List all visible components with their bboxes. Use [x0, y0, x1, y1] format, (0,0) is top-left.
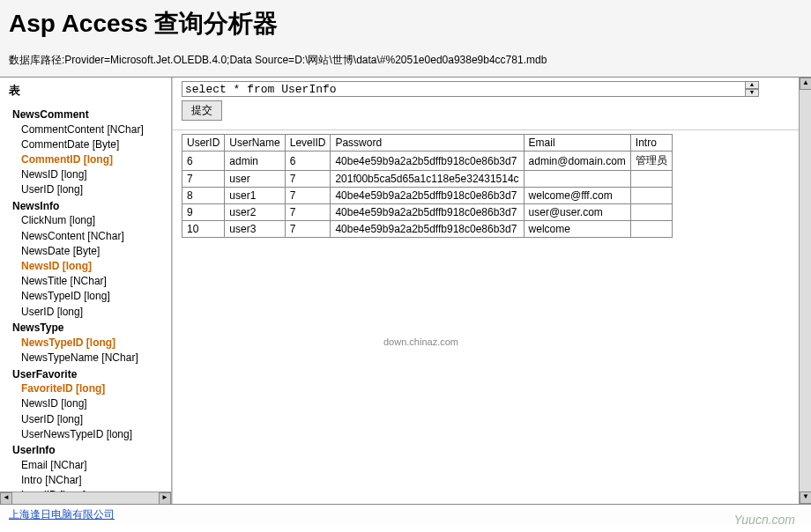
cell	[630, 221, 672, 238]
page-title: Asp Access 查询分析器	[9, 7, 802, 41]
cell: admin@domain.com	[524, 151, 630, 171]
cell: 6	[182, 151, 225, 171]
column-item[interactable]: Intro [NChar]	[9, 473, 167, 488]
col-header: Intro	[630, 135, 672, 151]
query-row: ▲ ▼	[173, 78, 811, 99]
tables-list: NewsCommentCommentContent [NChar]Comment…	[9, 107, 167, 504]
cell: 7	[285, 171, 331, 188]
table-row: 9user2740be4e59b9a2a2b5dffb918c0e86b3d7u…	[182, 204, 673, 221]
conn-label: 数据库路径:	[9, 54, 64, 66]
cell: 7	[285, 221, 331, 238]
connection-string: 数据库路径:Provider=Microsoft.Jet.OLEDB.4.0;D…	[9, 53, 802, 68]
content-pane: ▲ ▼ 提交 UserIDUserNameLevelIDPasswordEmai…	[172, 78, 811, 504]
cell	[630, 171, 672, 188]
column-item[interactable]: NewsTypeID [long]	[9, 335, 167, 350]
cell: 7	[285, 188, 331, 204]
column-item[interactable]: NewsDate [Byte]	[9, 243, 167, 258]
footer-link[interactable]: 上海逢日电脑有限公司	[9, 508, 115, 521]
sidebar: 表 NewsCommentCommentContent [NChar]Comme…	[0, 78, 172, 504]
table-row: 6admin640be4e59b9a2a2b5dffb918c0e86b3d7a…	[182, 151, 673, 171]
table-name[interactable]: NewsComment	[9, 107, 167, 122]
result-body: 6admin640be4e59b9a2a2b5dffb918c0e86b3d7a…	[182, 151, 673, 238]
column-item[interactable]: NewsTypeID [long]	[9, 289, 167, 304]
cell: 40be4e59b9a2a2b5dffb918c0e86b3d7	[331, 188, 524, 204]
col-header: Email	[524, 135, 630, 151]
table-group: NewsTypeNewsTypeID [long]NewsTypeName [N…	[9, 321, 167, 365]
submit-row: 提交	[173, 99, 811, 129]
column-item[interactable]: NewsID [long]	[9, 167, 167, 182]
sql-input[interactable]	[182, 81, 746, 97]
cell: 管理员	[630, 151, 672, 171]
col-header: LevelID	[285, 135, 331, 151]
cell: 7	[182, 171, 225, 188]
cell: user1	[225, 188, 285, 204]
cell	[524, 171, 630, 188]
scroll-up-icon[interactable]: ▲	[800, 78, 811, 90]
col-header: Password	[331, 135, 524, 151]
table-group: UserFavoriteFavoriteID [long]NewsID [lon…	[9, 367, 167, 442]
cell: user3	[225, 221, 285, 238]
cell: 9	[182, 204, 225, 221]
table-group: NewsInfoClickNum [long]NewsContent [NCha…	[9, 199, 167, 319]
cell: welcome	[524, 221, 630, 238]
cell: admin	[225, 151, 285, 171]
cell: 8	[182, 188, 225, 204]
column-item[interactable]: FavoriteID [long]	[9, 381, 167, 396]
cell: 40be4e59b9a2a2b5dffb918c0e86b3d7	[331, 204, 524, 221]
col-header: UserName	[225, 135, 285, 151]
table-name[interactable]: NewsInfo	[9, 199, 167, 213]
cell: welcome@fff.com	[524, 188, 630, 204]
column-item[interactable]: UserID [long]	[9, 411, 167, 426]
scroll-down-icon[interactable]: ▼	[800, 491, 811, 504]
col-header: UserID	[182, 135, 225, 151]
result-header-row: UserIDUserNameLevelIDPasswordEmailIntro	[182, 135, 673, 151]
sidebar-title: 表	[9, 83, 167, 99]
cell: user2	[225, 204, 285, 221]
cell: 6	[285, 151, 331, 171]
header: Asp Access 查询分析器 数据库路径:Provider=Microsof…	[0, 0, 811, 78]
table-group: NewsCommentCommentContent [NChar]Comment…	[9, 107, 167, 197]
column-item[interactable]: UserNewsTypeID [long]	[9, 426, 167, 441]
column-item[interactable]: CommentDate [Byte]	[9, 137, 167, 151]
sidebar-h-scrollbar[interactable]: ◄ ►	[0, 491, 171, 504]
main: 表 NewsCommentCommentContent [NChar]Comme…	[0, 78, 811, 504]
column-item[interactable]: CommentContent [NChar]	[9, 122, 167, 137]
column-item[interactable]: Email [NChar]	[9, 457, 167, 472]
sql-spinner[interactable]: ▲ ▼	[745, 81, 759, 97]
spinner-up-icon[interactable]: ▲	[745, 81, 759, 89]
site-watermark: Yuucn.com	[733, 513, 795, 527]
table-name[interactable]: UserInfo	[9, 443, 167, 457]
column-item[interactable]: NewsContent [NChar]	[9, 228, 167, 243]
cell: 40be4e59b9a2a2b5dffb918c0e86b3d7	[331, 151, 524, 171]
cell: 40be4e59b9a2a2b5dffb918c0e86b3d7	[331, 221, 524, 238]
cell: user	[225, 171, 285, 188]
column-item[interactable]: NewsTitle [NChar]	[9, 274, 167, 289]
cell	[630, 204, 672, 221]
column-item[interactable]: NewsID [long]	[9, 396, 167, 411]
content-v-scrollbar[interactable]: ▲ ▼	[799, 78, 811, 504]
cell: user@user.com	[524, 204, 630, 221]
column-item[interactable]: UserID [long]	[9, 182, 167, 197]
column-item[interactable]: NewsTypeName [NChar]	[9, 350, 167, 365]
column-item[interactable]: ClickNum [long]	[9, 213, 167, 228]
column-item[interactable]: CommentID [long]	[9, 151, 167, 166]
table-row: 8user1740be4e59b9a2a2b5dffb918c0e86b3d7w…	[182, 188, 673, 204]
column-item[interactable]: UserID [long]	[9, 304, 167, 319]
submit-button[interactable]: 提交	[182, 100, 222, 121]
cell: 7	[285, 204, 331, 221]
cell	[630, 188, 672, 204]
column-item[interactable]: NewsID [long]	[9, 259, 167, 274]
cell: 10	[182, 221, 225, 238]
table-row: 7user7201f00b5ca5d65a1c118e5e32431514c	[182, 171, 673, 188]
result-table: UserIDUserNameLevelIDPasswordEmailIntro …	[182, 134, 673, 238]
result-area: UserIDUserNameLevelIDPasswordEmailIntro …	[173, 129, 811, 504]
table-name[interactable]: NewsType	[9, 321, 167, 335]
scroll-left-icon[interactable]: ◄	[0, 492, 12, 505]
conn-value: Provider=Microsoft.Jet.OLEDB.4.0;Data So…	[64, 54, 547, 66]
table-row: 10user3740be4e59b9a2a2b5dffb918c0e86b3d7…	[182, 221, 673, 238]
cell: 201f00b5ca5d65a1c118e5e32431514c	[331, 171, 524, 188]
footer: 上海逢日电脑有限公司	[0, 504, 811, 525]
scroll-right-icon[interactable]: ►	[159, 492, 171, 505]
table-name[interactable]: UserFavorite	[9, 367, 167, 381]
spinner-down-icon[interactable]: ▼	[745, 89, 759, 97]
